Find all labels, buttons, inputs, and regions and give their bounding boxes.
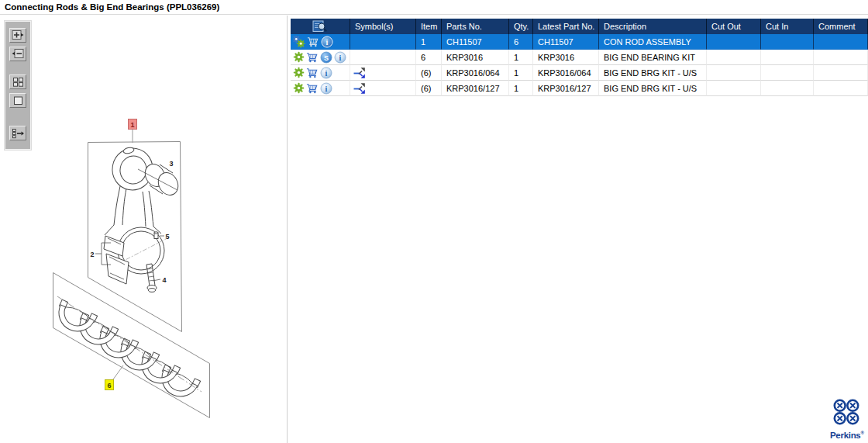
comment-cell: [814, 81, 868, 96]
perkins-logo-icon: [832, 399, 860, 425]
perkins-wordmark: Perkins®: [830, 428, 863, 441]
cut-in-cell: [761, 81, 814, 96]
row-actions: [291, 81, 350, 96]
column-header-qty: Qty.: [509, 19, 533, 34]
column-header-symbols: Symbol(s): [350, 19, 416, 34]
qty-cell: 1: [509, 65, 533, 81]
symbol-cell: [350, 65, 416, 81]
row-actions: [291, 34, 350, 50]
column-header-item: Item: [416, 19, 442, 34]
parts-no-cell: KRP3016/127: [442, 81, 509, 96]
column-header-actions: [291, 19, 350, 34]
table-header-row: Symbol(s) Item Parts No. Qty. Latest Par…: [291, 19, 868, 34]
document-search-icon[interactable]: [312, 20, 328, 33]
gear-icon[interactable]: [293, 82, 305, 94]
description-cell: BIG END BRG KIT - U/S: [599, 65, 707, 81]
column-header-cut-in: Cut In: [761, 19, 814, 34]
parts-no-cell: KRP3016/064: [442, 65, 509, 81]
comment-cell: [814, 50, 868, 65]
gear-icon[interactable]: [293, 67, 305, 78]
column-header-cut-out: Cut Out: [707, 19, 761, 34]
cart-icon[interactable]: [307, 36, 319, 48]
svg-text:2: 2: [90, 251, 94, 258]
cut-in-cell: [761, 34, 814, 50]
svg-text:1: 1: [130, 121, 134, 129]
item-cell: 6: [416, 50, 442, 65]
info-icon[interactable]: [334, 51, 346, 64]
cart-icon[interactable]: [306, 51, 319, 64]
description-cell: BIG END BRG KIT - U/S: [599, 81, 707, 96]
item-cell: (6): [416, 65, 442, 81]
symbol-cell: [350, 81, 416, 96]
svg-text:6: 6: [107, 382, 111, 389]
description-cell: BIG END BEARING KIT: [599, 50, 707, 65]
qty-cell: 1: [509, 50, 533, 65]
interchange-icon[interactable]: [353, 82, 366, 95]
column-header-latest-part-no: Latest Part No.: [533, 19, 599, 34]
parts-table: Symbol(s) Item Parts No. Qty. Latest Par…: [291, 19, 868, 96]
svg-text:5: 5: [165, 233, 169, 241]
callout-6[interactable]: 6: [105, 365, 124, 390]
table-row[interactable]: (6) KRP3016/127 1 KRP3016/127 BIG END BR…: [291, 81, 868, 96]
description-cell: CON ROD ASSEMBLY: [599, 34, 707, 50]
latest-part-no-cell: KRP3016/127: [533, 81, 599, 96]
gear-icon[interactable]: [293, 51, 305, 63]
symbol-cell: [350, 50, 416, 65]
info-icon[interactable]: [320, 82, 332, 95]
comment-cell: [814, 65, 868, 81]
row-actions: [291, 50, 350, 65]
machine-gears-icon[interactable]: [293, 36, 305, 48]
symbol-cell: [350, 34, 416, 50]
cut-out-cell: [707, 81, 761, 96]
cut-in-cell: [761, 50, 814, 65]
cart-icon[interactable]: [306, 67, 319, 79]
latest-part-no-cell: KRP3016/064: [533, 65, 599, 81]
cart-icon[interactable]: [306, 82, 319, 95]
table-row[interactable]: (6) KRP3016/064 1 KRP3016/064 BIG END BR…: [291, 65, 868, 81]
perkins-logo: Perkins®: [830, 399, 863, 441]
parts-no-cell: KRP3016: [442, 50, 509, 65]
latest-part-no-cell: CH11507: [533, 34, 599, 50]
interchange-icon[interactable]: [353, 67, 366, 79]
comment-cell: [814, 34, 868, 50]
cut-out-cell: [707, 50, 761, 65]
callout-1[interactable]: 1: [129, 119, 137, 144]
parts-diagram: 1 3 5 2 4 6: [0, 0, 288, 443]
table-row[interactable]: 1 CH11507 6 CH11507 CON ROD ASSEMBLY: [291, 34, 868, 50]
svg-text:4: 4: [162, 276, 166, 284]
column-header-description: Description: [599, 19, 707, 34]
bearing-shells-drawing: [52, 296, 202, 403]
info-icon[interactable]: [321, 36, 333, 48]
column-header-comment: Comment: [814, 19, 868, 34]
qty-cell: 1: [509, 81, 533, 96]
qty-cell: 6: [509, 34, 533, 50]
supersession-icon[interactable]: [320, 51, 332, 64]
item-cell: (6): [416, 81, 442, 96]
item-cell: 1: [416, 34, 442, 50]
parts-no-cell: CH11507: [442, 34, 509, 50]
column-header-parts-no: Parts No.: [442, 19, 509, 34]
svg-text:3: 3: [169, 160, 173, 168]
info-icon[interactable]: [320, 67, 332, 79]
table-row[interactable]: 6 KRP3016 1 KRP3016 BIG END BEARING KIT: [291, 50, 868, 65]
latest-part-no-cell: KRP3016: [533, 50, 599, 65]
cut-out-cell: [707, 65, 761, 81]
cut-out-cell: [707, 34, 761, 50]
cut-in-cell: [761, 65, 814, 81]
row-actions: [291, 65, 350, 81]
